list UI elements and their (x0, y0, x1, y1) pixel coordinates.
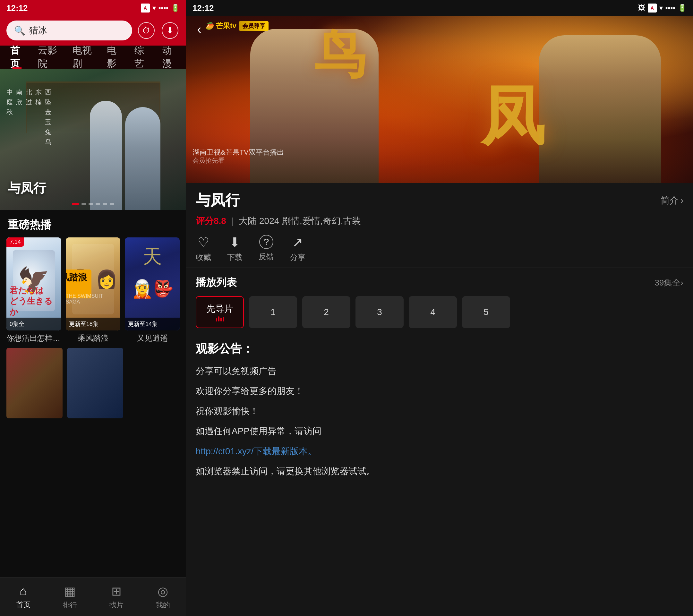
hot-card-1[interactable]: 🦅 君たちはどう生きるか 7.14 0集全 (6, 237, 61, 331)
dot-4 (96, 203, 100, 205)
playlist-all-button[interactable]: 39集全 › (654, 277, 684, 289)
share-icon: ↗ (292, 235, 303, 250)
dot-2 (81, 203, 86, 205)
mango-logo: 🥭 芒果tv 会员尊享 (205, 21, 269, 31)
search-bar[interactable]: 🔍 猎冰 (6, 21, 132, 40)
tab-variety[interactable]: 综艺 (127, 45, 155, 69)
favorite-button[interactable]: ♡ 收藏 (196, 235, 211, 262)
clock-icon: ⏱ (138, 22, 155, 39)
find-icon: ⊞ (111, 584, 122, 598)
ep-preview-inner: 先导片 (206, 303, 233, 321)
detail-info: 与凤行 简介 › 评分8.8 | 大陆 2024 剧情,爱情,奇幻,古装 ♡ 收… (186, 183, 693, 268)
nav-ranking[interactable]: ▦ 排行 (46, 584, 93, 610)
ann-line-2: 欢迎你分享给更多的朋友！ (196, 383, 684, 399)
card-1-label: 你想活出怎样的... (6, 333, 61, 343)
bar3 (220, 318, 222, 321)
episode-2[interactable]: 2 (302, 296, 350, 328)
favorite-label: 收藏 (196, 252, 211, 262)
detail-title: 与凤行 (196, 191, 240, 211)
time-left: 12:12 (6, 3, 28, 13)
meta-sep: | (231, 216, 234, 226)
back-button[interactable]: ‹ (191, 21, 207, 37)
ann-line-4: 如遇任何APP使用异常，请访问 (196, 423, 684, 439)
tab-cloud-cinema[interactable]: 云影院 (31, 45, 65, 69)
episode-3[interactable]: 3 (355, 296, 403, 328)
battery-icon-right: 🔋 (678, 4, 687, 12)
episode-4[interactable]: 4 (409, 296, 457, 328)
history-button[interactable]: ⏱ (137, 21, 156, 40)
female-figure (539, 35, 661, 183)
episode-5[interactable]: 5 (462, 296, 510, 328)
hero-banner[interactable]: 中 庭 秋 南 欣 北 过 东 楠 西 (0, 69, 186, 210)
hero-dots (72, 203, 114, 205)
status-bar-right: 12:12 🖼 A ▾ ▪▪▪▪ 🔋 (186, 0, 693, 16)
download-icon: ⬇ (162, 22, 178, 39)
wifi-icon-left: ▾ (152, 4, 156, 12)
small-card-2[interactable] (67, 348, 123, 418)
signal-icon-right: ▪▪▪▪ (666, 4, 675, 12)
ranking-icon: ▦ (64, 584, 76, 598)
nav-profile[interactable]: ◎ 我的 (140, 584, 186, 610)
tab-movie[interactable]: 电影 (100, 45, 127, 69)
share-label: 分享 (290, 252, 305, 262)
download-button[interactable]: ⬇ (160, 21, 180, 40)
search-query: 猎冰 (29, 24, 47, 37)
card-3-progress: 更新至14集 (125, 318, 180, 331)
time-right: 12:12 (193, 3, 214, 13)
nav-home[interactable]: ⌂ 首页 (0, 584, 46, 610)
card-3-label: 又见逍遥 (125, 333, 180, 343)
feedback-button[interactable]: ? 反馈 (259, 235, 274, 262)
tab-home[interactable]: 首页 (3, 45, 31, 69)
tab-anime[interactable]: 动漫 (155, 45, 183, 69)
download-action-button[interactable]: ⬇ 下载 (227, 235, 242, 262)
card-1-badge: 7.14 (6, 237, 24, 247)
ep-preview-label: 先导片 (206, 303, 233, 315)
playlist-section: 播放列表 39集全 › 先导片 1 (186, 268, 693, 333)
a-icon-right: A (648, 3, 657, 13)
vip-badge: 会员尊享 (239, 21, 269, 31)
episode-preview[interactable]: 先导片 (196, 296, 244, 328)
bar2 (218, 316, 219, 321)
hero-text-cols: 中 庭 秋 南 欣 北 过 东 楠 西 (6, 88, 51, 146)
status-icons-right: 🖼 A ▾ ▪▪▪▪ 🔋 (638, 3, 687, 13)
detail-meta: 评分8.8 | 大陆 2024 剧情,爱情,奇幻,古装 (196, 215, 684, 227)
feedback-label: 反馈 (259, 252, 274, 262)
download-action-icon: ⬇ (230, 235, 240, 250)
search-container: 🔍 猎冰 ⏱ ⬇ (0, 16, 186, 45)
dot-1 (72, 203, 79, 205)
card-2-label: 乘风踏浪 (66, 333, 121, 343)
share-button[interactable]: ↗ 分享 (290, 235, 305, 262)
card-1-japanese: 君たちはどう生きるか (9, 285, 58, 318)
bar1 (216, 318, 217, 321)
signal-icon-left: ▪▪▪▪ (158, 4, 169, 12)
card-labels: 你想活出怎样的... 乘风踏浪 又见逍遥 (0, 331, 186, 343)
wifi-icon-right: ▾ (659, 4, 663, 12)
a-icon-left: A (141, 3, 150, 13)
home-icon: ⌂ (20, 584, 27, 598)
second-row-cards (0, 348, 186, 418)
playlist-episodes: 先导片 1 2 3 4 (196, 296, 684, 328)
hot-card-2[interactable]: 👨👩 乘风踏浪 THE SWIMSUIT SAGA 更新至18集 (66, 237, 121, 331)
nav-find[interactable]: ⊞ 找片 (93, 584, 140, 610)
nav-find-label: 找片 (110, 600, 123, 610)
small-card-1[interactable] (6, 348, 63, 418)
playlist-title: 播放列表 (196, 276, 237, 290)
announcement-section: 观影公告： 分享可以免视频广告 欢迎你分享给更多的朋友！ 祝你观影愉快！ 如遇任… (186, 333, 693, 616)
hot-card-3[interactable]: 天 🧝👺 更新至14集 (125, 237, 180, 331)
status-bar-left: 12:12 A ▾ ▪▪▪▪ 🔋 (0, 0, 186, 16)
announcement-link[interactable]: http://ct01.xyz/下载最新版本。 (196, 446, 317, 456)
ann-link-line: http://ct01.xyz/下载最新版本。 (196, 443, 684, 459)
left-panel: 12:12 A ▾ ▪▪▪▪ 🔋 🔍 猎冰 ⏱ ⬇ 首页 云影院 电视剧 (0, 0, 186, 616)
episode-1[interactable]: 1 (249, 296, 297, 328)
nav-profile-label: 我的 (156, 600, 170, 610)
tab-tv-drama[interactable]: 电视剧 (65, 45, 100, 69)
ann-line-5: 如浏览器禁止访问，请更换其他浏览器试试。 (196, 463, 684, 479)
detail-hero-image: 凤 鸟 ‹ 🥭 芒果tv 会员尊享 湖南卫视&芒果TV双平台播出 会员抢先看 (186, 16, 693, 183)
score: 评分8.8 (196, 215, 226, 227)
playlist-header: 播放列表 39集全 › (196, 276, 684, 290)
meta-info: 大陆 2024 剧情,爱情,奇幻,古装 (239, 215, 361, 227)
intro-button[interactable]: 简介 › (660, 194, 684, 206)
title-row: 与凤行 简介 › (196, 191, 684, 211)
hero-bg-right: 凤 鸟 (186, 16, 693, 183)
feedback-icon: ? (259, 235, 273, 249)
